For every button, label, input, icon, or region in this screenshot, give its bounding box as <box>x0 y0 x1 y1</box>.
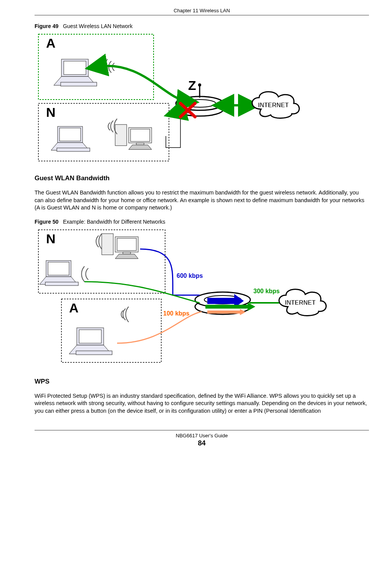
footer-guide: NBG6617 User's Guide <box>176 433 228 438</box>
svg-rect-10 <box>131 129 150 141</box>
svg-rect-25 <box>123 252 131 254</box>
svg-rect-24 <box>117 238 136 251</box>
wifi-waves-icon <box>96 234 102 249</box>
laptop-icon <box>54 59 97 86</box>
svg-rect-30 <box>45 282 78 286</box>
svg-rect-32 <box>79 330 101 343</box>
desktop-icon <box>102 234 138 259</box>
svg-marker-26 <box>115 254 138 259</box>
section-wps-title: WPS <box>35 378 369 385</box>
svg-marker-12 <box>129 145 152 149</box>
bw-600-label: 600 kbps <box>177 272 203 279</box>
blue-connection <box>140 249 200 295</box>
chapter-title: Chapter 11 Wireless LAN <box>174 8 230 13</box>
figure-49-text: Guest Wireless LAN Network <box>63 23 132 29</box>
section-guest-wlan-text: The Guest WLAN Bandwidth function allows… <box>35 189 369 212</box>
svg-rect-34 <box>76 351 112 355</box>
section-guest-wlan-title: Guest WLAN Bandwidth <box>35 174 369 182</box>
svg-rect-7 <box>57 148 90 151</box>
figure-49-label: Figure 49 <box>35 23 58 29</box>
internet-label: INTERNET <box>258 102 289 108</box>
internet-cloud-icon: INTERNET <box>279 289 326 316</box>
svg-point-15 <box>184 100 216 107</box>
label-a: A <box>46 36 56 50</box>
svg-rect-28 <box>48 262 69 275</box>
page-footer: NBG6617 User's Guide 84 <box>35 430 369 447</box>
internet-cloud-icon: INTERNET <box>252 92 299 118</box>
green-connection <box>84 282 200 303</box>
svg-point-17 <box>198 83 201 86</box>
figure-49-diagram: A N <box>35 32 369 163</box>
svg-rect-5 <box>60 128 81 141</box>
label-z: Z <box>188 78 196 93</box>
figure-49-caption: Figure 49 Guest Wireless LAN Network <box>35 23 369 29</box>
svg-rect-11 <box>136 143 144 145</box>
bw-100-label: 100 kbps <box>163 310 190 317</box>
laptop-icon <box>51 126 90 151</box>
page-header: Chapter 11 Wireless LAN <box>35 8 369 15</box>
section-wps-text: WiFi Protected Setup (WPS) is an industr… <box>35 392 369 415</box>
label-n: N <box>46 231 56 246</box>
label-a: A <box>69 301 79 315</box>
svg-rect-3 <box>61 82 97 86</box>
laptop-icon <box>40 261 78 286</box>
figure-50-text: Example: Bandwidth for Different Network… <box>63 219 165 225</box>
wifi-waves-icon <box>108 119 117 134</box>
svg-rect-22 <box>102 234 113 255</box>
laptop-icon <box>69 328 112 355</box>
footer-page-number: 84 <box>35 439 369 447</box>
figure-50-label: Figure 50 <box>35 219 58 225</box>
internet-label: INTERNET <box>285 299 316 306</box>
svg-rect-1 <box>64 61 86 75</box>
bw-300-label: 300 kbps <box>253 288 280 294</box>
desktop-icon <box>115 125 152 149</box>
wifi-waves-icon <box>81 266 88 282</box>
svg-rect-8 <box>115 125 127 146</box>
figure-50-diagram: N <box>35 228 369 366</box>
wifi-waves-icon <box>121 307 129 322</box>
connection-n-router <box>166 113 189 148</box>
label-n: N <box>46 105 56 120</box>
figure-50-caption: Figure 50 Example: Bandwidth for Differe… <box>35 219 369 225</box>
